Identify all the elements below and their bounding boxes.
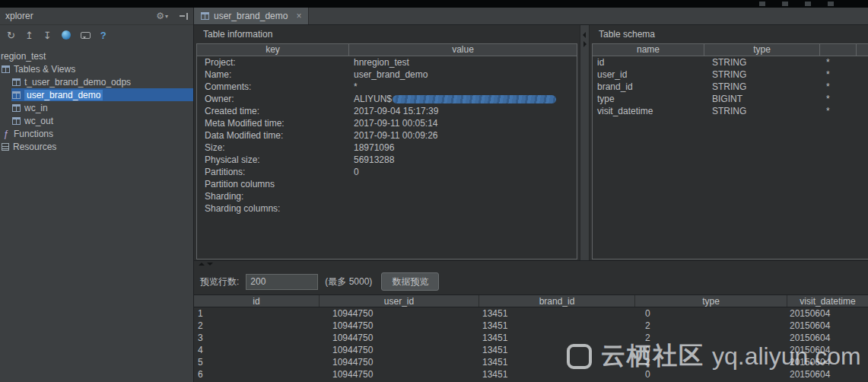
column-header-value[interactable]: value (349, 44, 577, 56)
preview-row-5[interactable]: 51094475013451220150604 (194, 356, 868, 368)
table-icon (12, 117, 21, 125)
column-header-brand-id[interactable]: brand_id (479, 295, 635, 307)
preview-row-2[interactable]: 21094475013451220150604 (194, 320, 868, 332)
table-schema-panel: Table schema name type comment idSTRING*… (590, 25, 868, 260)
titlebar-icon[interactable] (828, 2, 834, 6)
column-header-id[interactable]: id (194, 295, 320, 307)
refresh-icon[interactable]: ↻ (7, 30, 15, 40)
titlebar-icon[interactable] (782, 2, 788, 6)
titlebar-icons (759, 2, 834, 6)
explorer-toolbar: ↻ ↥ ↧ ? (0, 25, 193, 45)
column-header-user-id[interactable]: user_id (320, 295, 479, 307)
preview-max-hint: (最多 5000) (325, 275, 372, 288)
info-row-sharding-columns[interactable]: Sharding columns: (197, 202, 577, 215)
collapse-down-icon[interactable] (207, 263, 213, 266)
collapse-left-icon[interactable] (583, 32, 586, 38)
table-schema-table: name type comment idSTRING* user_idSTRIN… (592, 43, 868, 259)
help-icon[interactable]: ? (100, 30, 107, 40)
info-row-sharding[interactable]: Sharding: (197, 190, 577, 202)
table-schema-header: name type comment (593, 44, 868, 56)
table-icon (12, 78, 21, 86)
table-icon (12, 104, 21, 112)
data-preview-button[interactable]: 数据预览 (381, 272, 439, 291)
tree-item-resources[interactable]: Resources (0, 140, 193, 153)
hide-panel-icon[interactable] (180, 13, 188, 20)
preview-row-6[interactable]: 61094475013451020150604 (194, 368, 868, 380)
chevron-down-icon: ▾ (165, 13, 168, 20)
preview-rows-input[interactable] (246, 274, 318, 290)
column-header-visit-datetime[interactable]: visit_datetime (787, 295, 868, 307)
ide-window: xplorer ⚙▾ ↻ ↥ ↧ ? region_test (0, 0, 868, 382)
column-header-type[interactable]: type (704, 44, 820, 56)
resource-icon (2, 143, 9, 151)
column-header-label[interactable] (820, 44, 857, 56)
explorer-tree: region_test Tables & Views t_user_brand_… (0, 45, 193, 382)
globe-icon[interactable] (62, 30, 71, 40)
function-icon: ƒ (2, 129, 10, 139)
vertical-splitter[interactable] (580, 25, 590, 260)
column-header-name[interactable]: name (593, 44, 704, 56)
schema-row-brand-id[interactable]: brand_idSTRING* (593, 81, 868, 93)
redaction-scribble (393, 95, 556, 103)
info-row-partitions[interactable]: Partitions:0 (197, 166, 577, 178)
info-row-owner[interactable]: Owner: ALIYUN$ (197, 93, 577, 105)
explorer-header: xplorer ⚙▾ (0, 8, 193, 25)
tab-user-brand-demo[interactable]: user_brand_demo × (194, 8, 309, 24)
tab-close-icon[interactable]: × (296, 11, 301, 21)
info-row-name[interactable]: Name:user_brand_demo (197, 68, 577, 81)
schema-row-user-id[interactable]: user_idSTRING* (593, 68, 868, 81)
tree-item-wc-in[interactable]: wc_in (0, 101, 193, 114)
horizontal-splitter[interactable] (194, 261, 868, 269)
table-information-table: key value Project:hnregion_test Name:use… (196, 43, 577, 259)
info-row-size[interactable]: Size:18971096 (197, 142, 577, 154)
data-preview-section: 预览行数: (最多 5000) 数据预览 id user_id brand_id… (194, 260, 868, 382)
expand-right-icon[interactable] (583, 41, 587, 47)
info-row-project[interactable]: Project:hnregion_test (197, 56, 577, 68)
schema-row-id[interactable]: idSTRING* (593, 56, 868, 68)
tree-item-project[interactable]: region_test (0, 49, 193, 62)
feedback-bubble-icon[interactable] (81, 32, 91, 39)
titlebar-icon[interactable] (805, 2, 811, 6)
table-icon (201, 12, 209, 20)
column-header-comment[interactable]: comment (857, 44, 868, 56)
schema-row-visit-datetime[interactable]: visit_datetimeSTRING* (593, 105, 868, 117)
expand-up-icon[interactable] (199, 263, 205, 266)
table-schema-title: Table schema (590, 25, 868, 43)
explorer-title: xplorer (5, 11, 33, 21)
table-information-panel: Table information key value Project:hnre… (194, 25, 580, 260)
info-row-created-time[interactable]: Created time:2017-09-04 15:17:39 (197, 105, 577, 117)
title-bar (0, 0, 868, 8)
tree-item-tables-and-views[interactable]: Tables & Views (0, 62, 193, 75)
table-information-header: key value (197, 44, 577, 56)
preview-table-header: id user_id brand_id type visit_datetime (194, 294, 868, 307)
preview-row-3[interactable]: 31094475013451220150604 (194, 332, 868, 344)
column-header-key[interactable]: key (197, 44, 349, 56)
tree-item-t-user-brand-demo-odps[interactable]: t_user_brand_demo_odps (0, 75, 193, 88)
preview-table: id user_id brand_id type visit_datetime … (194, 294, 868, 382)
preview-controls: 预览行数: (最多 5000) 数据预览 (194, 269, 868, 294)
table-icon (12, 91, 21, 99)
column-header-type[interactable]: type (635, 295, 787, 307)
info-row-comments[interactable]: Comments:* (197, 81, 577, 93)
info-row-partition-columns[interactable]: Partition columns (197, 178, 577, 190)
preview-row-1[interactable]: 11094475013451020150604 (194, 307, 868, 320)
info-row-meta-modified[interactable]: Meta Modified time:2017-09-11 00:05:14 (197, 117, 577, 129)
tree-item-functions[interactable]: ƒ Functions (0, 127, 193, 140)
info-row-data-modified[interactable]: Data Modified time:2017-09-11 00:09:26 (197, 129, 577, 142)
titlebar-icon[interactable] (759, 2, 765, 6)
explorer-panel: xplorer ⚙▾ ↻ ↥ ↧ ? region_test (0, 8, 194, 382)
settings-gear-icon[interactable]: ⚙▾ (156, 11, 168, 21)
tab-bar: user_brand_demo × (194, 8, 868, 25)
info-row-physical-size[interactable]: Physical size:56913288 (197, 154, 577, 166)
preview-row-4[interactable]: 41094475013451020150604 (194, 344, 868, 356)
preview-rows-label: 预览行数: (200, 275, 239, 288)
collapse-all-icon[interactable]: ↧ (43, 30, 52, 40)
tree-item-wc-out[interactable]: wc_out (0, 114, 193, 127)
tree-item-user-brand-demo[interactable]: user_brand_demo (11, 88, 193, 101)
schema-row-type[interactable]: typeBIGINT* (593, 93, 868, 105)
expand-all-icon[interactable]: ↥ (25, 30, 33, 40)
table-information-title: Table information (194, 25, 580, 43)
table-icon (2, 65, 10, 73)
